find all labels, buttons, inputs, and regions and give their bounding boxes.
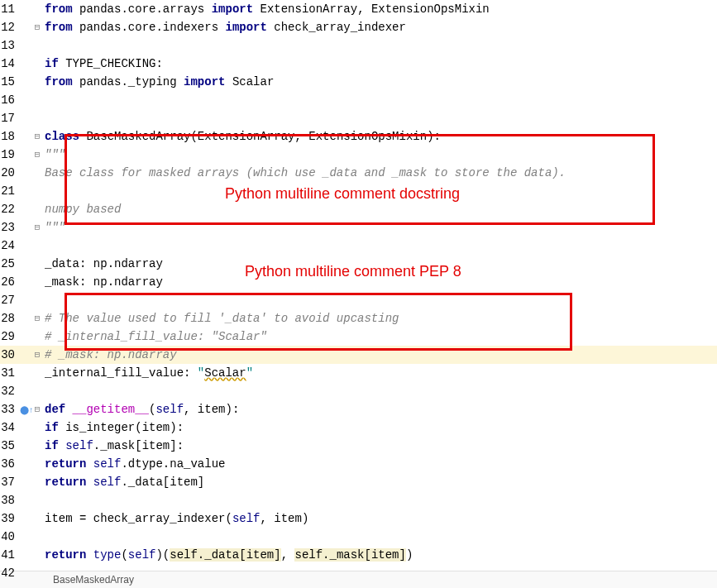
line-number: 13 [0, 36, 20, 55]
fold-toggle[interactable]: ⊟ [31, 127, 43, 146]
code-text[interactable]: if TYPE_CHECKING: [43, 55, 717, 73]
code-line[interactable]: 39 item = check_array_indexer(self, item… [0, 509, 717, 528]
code-line[interactable]: 37 return self._data[item] [0, 473, 717, 491]
code-text[interactable]: return self._data[item] [43, 473, 717, 491]
code-line[interactable]: 19⊟ """ [0, 146, 717, 164]
code-text[interactable]: # _internal_fill_value: "Scalar" [43, 327, 717, 346]
line-number: 36 [0, 455, 20, 473]
code-text[interactable] [43, 237, 717, 255]
code-line[interactable]: 17 [0, 109, 717, 127]
code-text[interactable]: """ [43, 146, 717, 164]
code-text[interactable]: from pandas.core.arrays import Extension… [43, 0, 717, 18]
code-text[interactable]: from pandas._typing import Scalar [43, 73, 717, 91]
line-number: 23 [0, 218, 20, 237]
code-line[interactable]: 28⊟ # The value used to fill '_data' to … [0, 309, 717, 327]
code-line[interactable]: 22 numpy based [0, 200, 717, 218]
code-line[interactable]: 18⊟class BaseMaskedArray(ExtensionArray,… [0, 127, 717, 146]
fold-toggle [31, 473, 43, 491]
code-line[interactable]: 21 [0, 182, 717, 200]
fold-toggle[interactable]: ⊟ [31, 346, 43, 364]
line-number: 31 [0, 364, 20, 382]
code-line[interactable]: 12⊟from pandas.core.indexers import chec… [0, 18, 717, 36]
code-text[interactable] [43, 291, 717, 309]
code-text[interactable]: # The value used to fill '_data' to avoi… [43, 309, 717, 327]
fold-toggle[interactable]: ⊟ [31, 218, 43, 237]
code-text[interactable]: if is_integer(item): [43, 418, 717, 437]
code-line[interactable]: 41 return type(self)(self._data[item], s… [0, 546, 717, 564]
code-text[interactable]: class BaseMaskedArray(ExtensionArray, Ex… [43, 127, 717, 146]
code-text[interactable]: from pandas.core.indexers import check_a… [43, 18, 717, 36]
fold-toggle [31, 382, 43, 400]
code-text[interactable] [43, 382, 717, 400]
code-line[interactable]: 36 return self.dtype.na_value [0, 455, 717, 473]
code-text[interactable]: """ [43, 218, 717, 237]
line-number: 15 [0, 73, 20, 91]
code-text[interactable] [43, 36, 717, 55]
code-line[interactable]: 40 [0, 528, 717, 546]
code-line[interactable]: 32 [0, 382, 717, 400]
code-text[interactable] [43, 564, 717, 582]
code-text[interactable]: def __getitem__(self, item): [43, 400, 717, 418]
fold-toggle [31, 291, 43, 309]
line-number: 11 [0, 0, 20, 18]
code-text[interactable]: _mask: np.ndarray [43, 273, 717, 291]
code-line[interactable]: 14if TYPE_CHECKING: [0, 55, 717, 73]
code-line[interactable]: 38 [0, 491, 717, 509]
code-text[interactable]: Base class for masked arrays (which use … [43, 164, 717, 182]
fold-toggle [31, 418, 43, 437]
code-line[interactable]: 30⊟ # _mask: np.ndarray [0, 346, 717, 364]
fold-toggle[interactable]: ⊟ [31, 400, 43, 418]
fold-toggle [31, 73, 43, 91]
code-line[interactable]: 24 [0, 237, 717, 255]
code-text[interactable] [43, 182, 717, 200]
fold-toggle [31, 55, 43, 73]
fold-toggle[interactable]: ⊟ [31, 18, 43, 36]
fold-toggle [31, 200, 43, 218]
code-line[interactable]: 33⬤↑⊟ def __getitem__(self, item): [0, 400, 717, 418]
fold-toggle[interactable]: ⊟ [31, 309, 43, 327]
code-line[interactable]: 25 _data: np.ndarray [0, 255, 717, 273]
code-line[interactable]: 26 _mask: np.ndarray [0, 273, 717, 291]
code-text[interactable] [43, 491, 717, 509]
fold-toggle [31, 564, 43, 582]
code-editor[interactable]: 11from pandas.core.arrays import Extensi… [0, 0, 717, 571]
code-line[interactable]: 35 if self._mask[item]: [0, 437, 717, 455]
fold-toggle [31, 255, 43, 273]
code-text[interactable]: # _mask: np.ndarray [43, 346, 717, 364]
line-number: 33 [0, 400, 20, 418]
code-text[interactable] [43, 91, 717, 109]
code-line[interactable]: 34 if is_integer(item): [0, 418, 717, 437]
code-line[interactable]: 23⊟ """ [0, 218, 717, 237]
code-line[interactable]: 27 [0, 291, 717, 309]
code-line[interactable]: 20 Base class for masked arrays (which u… [0, 164, 717, 182]
code-text[interactable]: item = check_array_indexer(self, item) [43, 509, 717, 528]
code-line[interactable]: 16 [0, 91, 717, 109]
code-line[interactable]: 29 # _internal_fill_value: "Scalar" [0, 327, 717, 346]
code-text[interactable]: numpy based [43, 200, 717, 218]
fold-toggle [31, 437, 43, 455]
line-number: 16 [0, 91, 20, 109]
code-text[interactable] [43, 528, 717, 546]
code-line[interactable]: 15 from pandas._typing import Scalar [0, 73, 717, 91]
line-number: 19 [0, 146, 20, 164]
line-number: 29 [0, 327, 20, 346]
fold-toggle [31, 528, 43, 546]
code-line[interactable]: 11from pandas.core.arrays import Extensi… [0, 0, 717, 18]
line-number: 30 [0, 346, 20, 364]
code-line[interactable]: 13 [0, 36, 717, 55]
code-text[interactable] [43, 109, 717, 127]
line-number: 42 [0, 564, 20, 582]
breadcrumb-class[interactable]: BaseMaskedArray [53, 574, 134, 586]
line-number: 14 [0, 55, 20, 73]
fold-toggle [31, 364, 43, 382]
line-number: 38 [0, 491, 20, 509]
fold-toggle [31, 273, 43, 291]
code-text[interactable]: return self.dtype.na_value [43, 455, 717, 473]
code-text[interactable]: _internal_fill_value: "Scalar" [43, 364, 717, 382]
code-text[interactable]: return type(self)(self._data[item], self… [43, 546, 717, 564]
code-text[interactable]: if self._mask[item]: [43, 437, 717, 455]
fold-toggle[interactable]: ⊟ [31, 146, 43, 164]
fold-toggle [31, 91, 43, 109]
code-text[interactable]: _data: np.ndarray [43, 255, 717, 273]
code-line[interactable]: 31 _internal_fill_value: "Scalar" [0, 364, 717, 382]
